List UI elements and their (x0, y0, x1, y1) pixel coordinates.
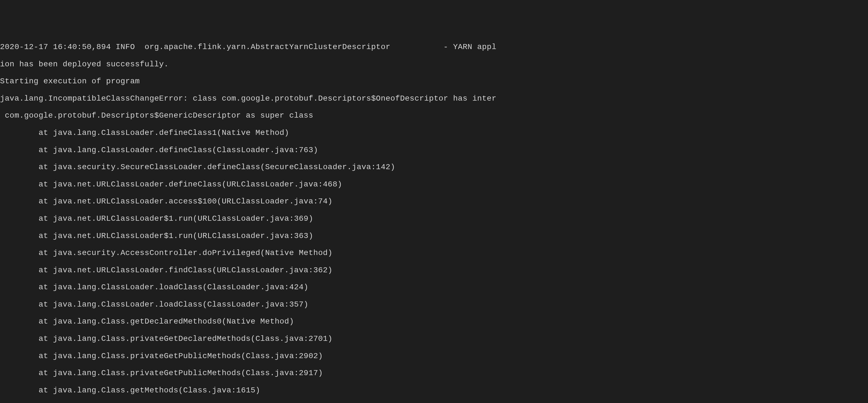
stacktrace-line: at java.security.SecureClassLoader.defin… (0, 163, 868, 172)
stacktrace-line: at java.net.URLClassLoader$1.run(URLClas… (0, 214, 868, 223)
log-line: Starting execution of program (0, 77, 868, 86)
stacktrace-line: at java.lang.Class.getMethods(Class.java… (0, 386, 868, 395)
log-line: ion has been deployed successfully. (0, 60, 868, 69)
error-line: java.lang.IncompatibleClassChangeError: … (0, 94, 868, 103)
stacktrace-line: at java.net.URLClassLoader.defineClass(U… (0, 180, 868, 189)
stacktrace-line: at java.net.URLClassLoader.access$100(UR… (0, 197, 868, 206)
stacktrace-line: at java.security.AccessController.doPriv… (0, 249, 868, 258)
stacktrace-line: at java.lang.ClassLoader.defineClass(Cla… (0, 146, 868, 155)
stacktrace-line: at java.lang.ClassLoader.loadClass(Class… (0, 283, 868, 292)
stacktrace-line: at java.net.URLClassLoader.findClass(URL… (0, 266, 868, 275)
stacktrace-line: at java.lang.Class.privateGetPublicMetho… (0, 369, 868, 378)
stacktrace-line: at java.lang.ClassLoader.defineClass1(Na… (0, 129, 868, 137)
error-line: com.google.protobuf.Descriptors$GenericD… (0, 112, 868, 120)
stacktrace-line: at java.lang.ClassLoader.loadClass(Class… (0, 300, 868, 309)
terminal-output[interactable]: 2020-12-17 16:40:50,894 INFO org.apache.… (0, 34, 868, 403)
log-line: 2020-12-17 16:40:50,894 INFO org.apache.… (0, 43, 868, 52)
stacktrace-line: at java.net.URLClassLoader$1.run(URLClas… (0, 232, 868, 240)
stacktrace-line: at java.lang.Class.privateGetDeclaredMet… (0, 335, 868, 343)
stacktrace-line: at java.lang.Class.getDeclaredMethods0(N… (0, 317, 868, 326)
stacktrace-line: at java.lang.Class.privateGetPublicMetho… (0, 352, 868, 361)
